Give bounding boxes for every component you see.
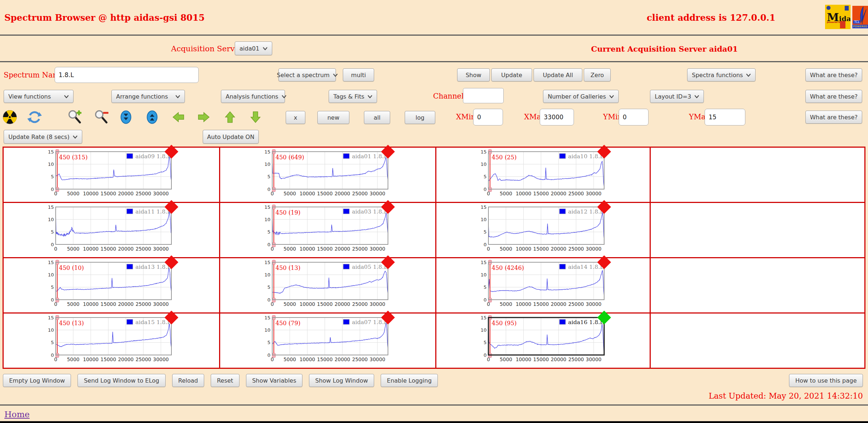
tags-fits-dropdown[interactable]: Tags & Fits <box>329 90 377 103</box>
select-spectrum-dropdown[interactable]: Select a spectrum <box>278 68 336 81</box>
spectrum-chart-aida10[interactable]: 051015050001000015000200002500030000aida… <box>479 149 607 199</box>
refresh-icon[interactable] <box>27 109 42 125</box>
gallery-cell-aida03[interactable]: 051015050001000015000200002500030000aida… <box>220 203 435 257</box>
show-button[interactable]: Show <box>457 68 490 81</box>
analysis-functions-dropdown[interactable]: Analysis functions <box>221 90 285 103</box>
radioactive-icon[interactable] <box>2 109 17 125</box>
view-functions-dropdown[interactable]: View functions <box>4 90 74 103</box>
spectrum-plot-aida15[interactable]: 051015050001000015000200002500030000aida… <box>46 315 174 365</box>
empty-log-window-button[interactable]: Empty Log Window <box>3 374 71 387</box>
spectrum-plot-aida10[interactable]: 051015050001000015000200002500030000aida… <box>479 149 607 199</box>
spectrum-plot-aida05[interactable]: 051015050001000015000200002500030000aida… <box>262 260 391 310</box>
spectrum-chart-aida16[interactable]: 051015050001000015000200002500030000aida… <box>479 315 607 365</box>
gallery-cell-aida13[interactable]: 051015050001000015000200002500030000aida… <box>4 258 219 312</box>
svg-text:aida01 1.8.L: aida01 1.8.L <box>352 153 388 160</box>
svg-text:450 (649): 450 (649) <box>276 154 304 161</box>
channel-input[interactable] <box>463 88 504 103</box>
xmax-input[interactable] <box>540 109 574 125</box>
zoom-out-icon[interactable] <box>94 109 109 125</box>
page-title: Spectrum Browser @ http aidas-gsi 8015 <box>4 12 205 23</box>
spectrum-plot-aida03[interactable]: 051015050001000015000200002500030000aida… <box>262 204 391 255</box>
gallery-cell-aida01[interactable]: 051015050001000015000200002500030000aida… <box>220 148 435 202</box>
x-button[interactable]: x <box>286 111 305 124</box>
svg-text:15: 15 <box>264 149 270 155</box>
gallery-cell-aida15[interactable]: 051015050001000015000200002500030000aida… <box>4 314 219 368</box>
spectrum-chart-aida15[interactable]: 051015050001000015000200002500030000aida… <box>46 315 174 365</box>
bottom-edge-bar <box>0 421 868 423</box>
spectrum-chart-aida03[interactable]: 051015050001000015000200002500030000aida… <box>262 204 391 255</box>
update-button[interactable]: Update <box>491 68 532 81</box>
svg-text:0: 0 <box>54 301 58 307</box>
svg-text:20000: 20000 <box>551 301 566 307</box>
show-log-window-button[interactable]: Show Log Window <box>309 374 374 387</box>
spectrum-chart-aida12[interactable]: 051015050001000015000200002500030000aida… <box>479 204 607 255</box>
xmin-input[interactable] <box>473 109 503 125</box>
collapse-vertical-icon[interactable] <box>118 109 134 125</box>
log-button[interactable]: log <box>405 111 435 124</box>
svg-text:20000: 20000 <box>118 301 134 307</box>
gallery-cell-aida11[interactable]: 051015050001000015000200002500030000aida… <box>4 203 219 257</box>
spectrum-chart-aida07[interactable]: 051015050001000015000200002500030000aida… <box>262 315 391 365</box>
how-to-use-button[interactable]: How to use this page <box>789 374 863 387</box>
arrow-left-icon[interactable] <box>170 109 185 125</box>
svg-text:0: 0 <box>487 191 490 196</box>
svg-text:25000: 25000 <box>352 191 368 196</box>
zoom-in-icon[interactable] <box>67 109 83 125</box>
svg-text:25000: 25000 <box>135 191 151 196</box>
svg-text:30000: 30000 <box>586 301 602 307</box>
arrange-functions-dropdown[interactable]: Arrange functions <box>111 90 185 103</box>
acquisition-server-select[interactable]: aida01 <box>235 41 272 55</box>
expand-vertical-icon[interactable] <box>144 109 160 125</box>
svg-text:25000: 25000 <box>568 301 584 307</box>
svg-text:25000: 25000 <box>135 356 151 362</box>
new-button[interactable]: new <box>317 111 349 124</box>
spectrum-plot-aida12[interactable]: 051015050001000015000200002500030000aida… <box>479 204 607 255</box>
ymax-input[interactable] <box>705 109 745 125</box>
spectrum-chart-aida13[interactable]: 051015050001000015000200002500030000aida… <box>46 260 174 310</box>
spectrum-chart-aida01[interactable]: 051015050001000015000200002500030000aida… <box>262 149 391 199</box>
update-rate-dropdown[interactable]: Update Rate (8 secs) <box>4 130 82 144</box>
spectrum-plot-aida16[interactable]: 051015050001000015000200002500030000aida… <box>479 315 607 365</box>
svg-text:0: 0 <box>267 187 270 192</box>
gallery-cell-aida05[interactable]: 051015050001000015000200002500030000aida… <box>220 258 435 312</box>
update-all-button[interactable]: Update All <box>534 68 582 81</box>
gallery-cell-aida14[interactable]: 051015050001000015000200002500030000aida… <box>436 258 650 312</box>
spectrum-plot-aida07[interactable]: 051015050001000015000200002500030000aida… <box>262 315 391 365</box>
ymin-input[interactable] <box>619 109 649 125</box>
reload-button[interactable]: Reload <box>172 374 204 387</box>
auto-update-button[interactable]: Auto Update ON <box>203 130 259 144</box>
what-are-these-button-2[interactable]: What are these? <box>805 90 862 103</box>
all-button[interactable]: all <box>364 111 390 124</box>
gallery-cell-aida07[interactable]: 051015050001000015000200002500030000aida… <box>220 314 435 368</box>
arrow-down-icon[interactable] <box>248 109 263 125</box>
spectra-functions-dropdown[interactable]: Spectra functions <box>687 68 756 81</box>
spectrum-chart-aida14[interactable]: 051015050001000015000200002500030000aida… <box>479 260 607 310</box>
spectrum-plot-aida14[interactable]: 051015050001000015000200002500030000aida… <box>479 260 607 310</box>
zero-button[interactable]: Zero <box>584 68 611 81</box>
multi-button[interactable]: multi <box>343 68 374 81</box>
arrow-right-icon[interactable] <box>197 109 212 125</box>
spectrum-chart-aida05[interactable]: 051015050001000015000200002500030000aida… <box>262 260 391 310</box>
send-log-window-to-elog-button[interactable]: Send Log Window to ELog <box>78 374 165 387</box>
spectrum-name-input[interactable] <box>55 67 199 83</box>
spectrum-plot-aida01[interactable]: 051015050001000015000200002500030000aida… <box>262 149 391 199</box>
gallery-cell-aida12[interactable]: 051015050001000015000200002500030000aida… <box>436 203 650 257</box>
spectrum-chart-aida09[interactable]: 051015050001000015000200002500030000aida… <box>46 149 174 199</box>
what-are-these-button-1[interactable]: What are these? <box>805 68 862 81</box>
spectrum-plot-aida13[interactable]: 051015050001000015000200002500030000aida… <box>46 260 174 310</box>
gallery-cell-aida09[interactable]: 051015050001000015000200002500030000aida… <box>4 148 219 202</box>
enable-logging-button[interactable]: Enable Logging <box>381 374 438 387</box>
spectrum-chart-aida11[interactable]: 051015050001000015000200002500030000aida… <box>46 204 174 255</box>
gallery-cell-aida16[interactable]: 051015050001000015000200002500030000aida… <box>436 314 650 368</box>
what-are-these-button-3[interactable]: What are these? <box>805 111 862 124</box>
home-link[interactable]: Home <box>4 410 29 419</box>
arrow-up-icon[interactable] <box>222 109 238 125</box>
layout-id-dropdown[interactable]: Layout ID=3 <box>650 90 704 103</box>
spectrum-plot-aida09[interactable]: 051015050001000015000200002500030000aida… <box>46 149 174 199</box>
number-of-galleries-dropdown[interactable]: Number of Galleries <box>543 90 619 103</box>
spectrum-plot-aida11[interactable]: 051015050001000015000200002500030000aida… <box>46 204 174 255</box>
show-variables-button[interactable]: Show Variables <box>246 374 302 387</box>
svg-text:30000: 30000 <box>153 356 169 362</box>
gallery-cell-aida10[interactable]: 051015050001000015000200002500030000aida… <box>436 148 650 202</box>
reset-button[interactable]: Reset <box>211 374 239 387</box>
